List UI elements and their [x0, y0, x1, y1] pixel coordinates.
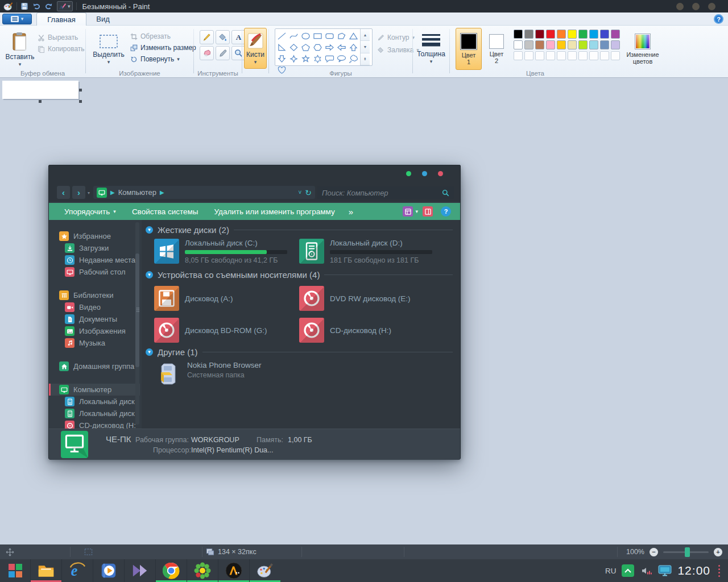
- shapes-scroll-up[interactable]: ▲: [361, 29, 370, 41]
- brushes-button[interactable]: Кисти ▾: [244, 28, 267, 69]
- sidebar-item-избранное[interactable]: Избранное: [49, 230, 140, 242]
- palette-color[interactable]: [535, 30, 544, 39]
- palette-empty-cell[interactable]: [611, 51, 620, 60]
- sidebar-item-недавние-места[interactable]: Недавние места: [49, 254, 140, 266]
- save-button[interactable]: [20, 1, 28, 11]
- section-header-hdd[interactable]: ▼ Жесткие диски (2): [146, 225, 453, 235]
- palette-color[interactable]: [524, 40, 533, 49]
- sidebar-item-музыка[interactable]: Музыка: [49, 337, 140, 349]
- nokia-tile[interactable]: Nokia Phone Browser Системная папка: [155, 361, 262, 387]
- drive-c-tile[interactable]: Локальный диск (C:) 8,05 ГБ свободно из …: [154, 239, 287, 264]
- color-picker-tool[interactable]: [216, 46, 230, 60]
- copy-button[interactable]: Копировать: [38, 44, 85, 54]
- language-indicator[interactable]: RU: [605, 567, 617, 575]
- fill-tool[interactable]: [216, 30, 230, 44]
- collapse-chevron-icon[interactable]: ▼: [146, 348, 153, 356]
- shape-oval-callout[interactable]: [336, 53, 348, 64]
- shape-four-point-star[interactable]: [288, 53, 300, 64]
- color2-button[interactable]: Цвет2: [484, 28, 509, 70]
- sidebar-item-домашняя-группа[interactable]: Домашняя группа: [49, 360, 140, 372]
- sidebar-scrollbar[interactable]: [135, 222, 139, 425]
- clock[interactable]: 12:00: [677, 564, 710, 577]
- taskbar-app-paint[interactable]: [249, 559, 280, 582]
- shape-curve[interactable]: [288, 30, 300, 41]
- size-button[interactable]: Толщина ▾: [416, 28, 446, 68]
- refresh-icon[interactable]: ↻: [305, 188, 312, 197]
- explorer-window[interactable]: ‹ › ▾ ▶ Компьютер ▶ ˅ ↻ Поиск: Компьютер…: [48, 165, 461, 459]
- palette-empty-cell[interactable]: [524, 51, 533, 60]
- window-dot-red[interactable]: [438, 171, 443, 176]
- zoom-in-button[interactable]: +: [714, 548, 722, 556]
- canvas-resize-handle-corner[interactable]: [79, 100, 82, 103]
- palette-color[interactable]: [535, 40, 544, 49]
- paste-button[interactable]: Вставить ▾: [3, 28, 36, 70]
- show-hidden-icons-button[interactable]: [622, 564, 634, 577]
- help-icon[interactable]: ?: [714, 14, 723, 24]
- palette-color[interactable]: [546, 30, 555, 39]
- zoom-slider[interactable]: [663, 551, 709, 553]
- shape-arrow-right[interactable]: [324, 41, 336, 53]
- palette-color[interactable]: [611, 30, 620, 39]
- organize-button[interactable]: Упорядочить: [64, 207, 110, 216]
- maximize-button[interactable]: [692, 3, 700, 10]
- palette-color[interactable]: [557, 40, 566, 49]
- uninstall-button[interactable]: Удалить или изменить программу: [214, 207, 334, 216]
- palette-empty-cell[interactable]: [578, 51, 588, 60]
- taskbar-app-explorer[interactable]: [30, 559, 61, 582]
- sidebar-item-компьютер[interactable]: Компьютер: [49, 384, 140, 396]
- palette-color[interactable]: [546, 40, 555, 49]
- sidebar-item-загрузки[interactable]: Загрузки: [49, 242, 140, 254]
- sidebar-scrollbar-thumb[interactable]: [135, 253, 139, 367]
- undo-button[interactable]: [32, 1, 41, 11]
- toolbar-more-button[interactable]: »: [349, 207, 353, 217]
- palette-color[interactable]: [600, 40, 609, 49]
- palette-empty-cell[interactable]: [589, 51, 598, 60]
- rotate-button[interactable]: Повернуть ▾: [130, 54, 180, 64]
- crop-button[interactable]: Обрезать: [130, 31, 171, 41]
- eraser-tool[interactable]: [200, 46, 214, 60]
- taskbar-app-chrome[interactable]: [155, 559, 187, 582]
- canvas-resize-handle-right[interactable]: [79, 89, 82, 92]
- taskbar-app-aimp[interactable]: [218, 559, 249, 582]
- sidebar-item-локальный-диск[interactable]: Локальный диск: [49, 408, 140, 419]
- show-desktop-button[interactable]: [718, 565, 720, 577]
- shape-pentagon[interactable]: [300, 41, 312, 53]
- drive-g-tile[interactable]: Дисковод BD-ROM (G:): [154, 318, 267, 343]
- dropdown-arrow-icon[interactable]: ▾: [415, 210, 418, 214]
- shape-six-point-star[interactable]: [312, 53, 324, 64]
- taskbar-app-icq[interactable]: [187, 559, 218, 582]
- shapes-scroll-down[interactable]: ▼: [361, 41, 370, 53]
- resize-button[interactable]: Изменить размер: [130, 43, 196, 53]
- palette-color[interactable]: [589, 40, 598, 49]
- drive-h-tile[interactable]: CD-дисковод (H:): [299, 318, 391, 343]
- palette-color[interactable]: [589, 30, 598, 39]
- text-tool-button[interactable]: A ▾: [57, 1, 73, 11]
- shapes-expand[interactable]: ⇟: [361, 53, 370, 65]
- palette-color[interactable]: [578, 40, 588, 49]
- shape-arrow-left[interactable]: [336, 41, 348, 53]
- section-header-removable[interactable]: ▼ Устройства со съемными носителями (4): [146, 270, 453, 280]
- sidebar-item-видео[interactable]: Видео: [49, 301, 140, 313]
- tab-view[interactable]: Вид: [86, 13, 119, 26]
- palette-color[interactable]: [611, 40, 620, 49]
- cut-button[interactable]: Вырезать: [38, 32, 78, 43]
- window-dot-blue[interactable]: [422, 171, 427, 176]
- back-button[interactable]: ‹: [57, 186, 70, 199]
- palette-color[interactable]: [568, 40, 577, 49]
- tab-home[interactable]: Главная: [36, 13, 86, 26]
- preview-pane-button[interactable]: [423, 206, 433, 217]
- zoom-out-button[interactable]: −: [650, 548, 658, 556]
- window-dot-green[interactable]: [406, 171, 411, 176]
- paint-work-area[interactable]: ‹ › ▾ ▶ Компьютер ▶ ˅ ↻ Поиск: Компьютер…: [0, 78, 728, 544]
- palette-color[interactable]: [578, 30, 588, 39]
- taskbar-app-kmplayer[interactable]: [124, 559, 155, 582]
- palette-color[interactable]: [568, 30, 577, 39]
- system-properties-button[interactable]: Свойства системы: [132, 207, 198, 216]
- palette-color[interactable]: [514, 30, 523, 39]
- palette-color[interactable]: [514, 40, 523, 49]
- select-button[interactable]: Выделить ▾: [90, 28, 127, 70]
- taskbar-app-ie[interactable]: e: [61, 559, 93, 582]
- zoom-slider-handle[interactable]: [685, 547, 690, 557]
- sidebar-item-документы[interactable]: Документы: [49, 313, 140, 325]
- app-menu-button[interactable]: ▾: [2, 14, 32, 24]
